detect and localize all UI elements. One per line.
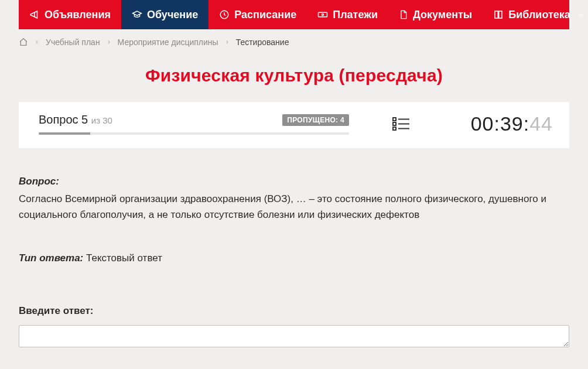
chevron-right-icon xyxy=(34,39,40,45)
answer-input[interactable] xyxy=(19,325,569,347)
nav-label: Обучение xyxy=(147,9,198,21)
page-title: Физическая культура (пересдача) xyxy=(19,53,569,102)
svg-rect-7 xyxy=(393,127,396,130)
nav-label: Библиотека xyxy=(508,9,570,21)
answer-type-label: Тип ответа: xyxy=(19,252,83,264)
chevron-right-icon xyxy=(224,39,230,45)
nav-label: Платежи xyxy=(333,9,378,21)
graduation-cap-icon xyxy=(132,9,142,20)
nav-item-library[interactable]: Библиотека xyxy=(483,0,588,29)
progress-bar xyxy=(39,132,349,135)
answer-type-value: Текстовый ответ xyxy=(86,252,162,264)
breadcrumb-current: Тестирование xyxy=(236,37,289,47)
timer: 00:39:44 xyxy=(471,112,553,135)
svg-rect-1 xyxy=(319,12,327,17)
breadcrumb-link-event[interactable]: Мероприятие дисциплины xyxy=(118,37,218,47)
svg-point-2 xyxy=(322,14,324,16)
nav-label: Объявления xyxy=(45,9,111,21)
answer-input-label: Введите ответ: xyxy=(19,303,569,319)
nav-item-schedule[interactable]: Расписание xyxy=(208,0,307,29)
test-status-panel: Вопрос 5 из 30 ПРОПУЩЕНО: 4 xyxy=(19,102,569,148)
chevron-down-icon xyxy=(577,11,584,18)
breadcrumb-link-plan[interactable]: Учебный план xyxy=(46,37,100,47)
clock-icon xyxy=(219,9,230,20)
question-heading: Вопрос: xyxy=(19,176,59,187)
document-icon xyxy=(399,9,408,20)
nav-item-announcements[interactable]: Объявления xyxy=(19,0,121,29)
nav-label: Документы xyxy=(413,9,472,21)
book-icon xyxy=(493,9,504,20)
home-icon[interactable] xyxy=(19,37,28,47)
nav-item-education[interactable]: Обучение xyxy=(121,0,208,29)
nav-item-payments[interactable]: Платежи xyxy=(307,0,388,29)
question-counter: Вопрос 5 из 30 xyxy=(39,113,112,127)
skipped-badge: ПРОПУЩЕНО: 4 xyxy=(282,114,349,126)
nav-item-documents[interactable]: Документы xyxy=(388,0,483,29)
list-icon xyxy=(392,117,410,132)
banknote-icon xyxy=(317,9,328,20)
svg-rect-5 xyxy=(393,122,396,125)
svg-rect-3 xyxy=(393,118,396,121)
chevron-right-icon xyxy=(106,39,112,45)
progress-fill xyxy=(39,132,90,135)
megaphone-icon xyxy=(29,9,40,20)
nav-label: Расписание xyxy=(234,9,296,21)
main-nav: Объявления Обучение Расписание xyxy=(19,0,569,29)
question-list-button[interactable] xyxy=(363,117,428,132)
question-text: Согласно Всемирной организации здравоохр… xyxy=(19,192,569,223)
breadcrumb: Учебный план Мероприятие дисциплины Тест… xyxy=(19,29,569,53)
question-body: Вопрос: Согласно Всемирной организации з… xyxy=(19,148,569,352)
